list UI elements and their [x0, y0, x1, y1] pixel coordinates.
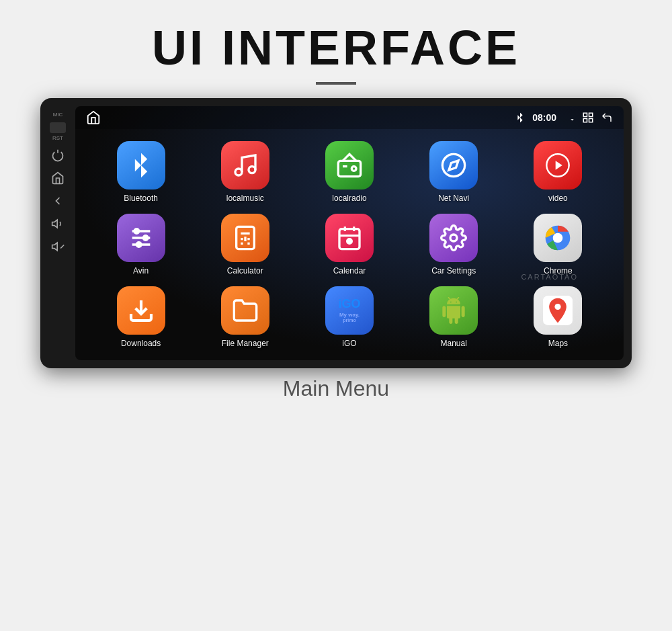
- svg-point-23: [136, 243, 141, 247]
- svg-point-21: [134, 229, 139, 234]
- maps-label: Maps: [548, 339, 568, 348]
- svg-point-22: [143, 236, 148, 241]
- localradio-icon: [325, 141, 374, 190]
- maps-icon: [534, 286, 582, 335]
- back-button-side[interactable]: [48, 192, 67, 210]
- svg-point-38: [553, 233, 563, 243]
- svg-rect-11: [338, 161, 360, 176]
- netnavi-icon: [429, 141, 478, 190]
- svg-marker-0: [52, 220, 58, 228]
- svg-line-3: [60, 245, 64, 249]
- igo-label: iGO: [342, 339, 356, 348]
- video-icon: [534, 141, 582, 190]
- svg-point-9: [235, 169, 242, 175]
- filemanager-icon: [221, 286, 269, 335]
- app-item-carsettings[interactable]: Car Settings: [402, 208, 506, 281]
- svg-point-35: [347, 239, 352, 244]
- bluetooth-status-icon: [515, 112, 526, 123]
- app-item-calculator[interactable]: Calculator: [193, 208, 297, 281]
- status-left: [86, 110, 101, 125]
- calculator-icon: [221, 214, 269, 262]
- app-item-localradio[interactable]: localradio: [297, 136, 401, 208]
- mic-label: MIC: [53, 112, 63, 118]
- manual-label: Manual: [441, 339, 467, 348]
- power-button[interactable]: [48, 146, 67, 165]
- app-item-bluetooth[interactable]: Bluetooth: [89, 136, 193, 208]
- chrome-icon: [534, 214, 582, 262]
- manual-icon: [429, 286, 478, 335]
- app-item-calendar[interactable]: Calendar: [297, 208, 401, 281]
- app-item-downloads[interactable]: Downloads: [89, 281, 193, 353]
- watermark: CARTAOTAO: [521, 273, 578, 281]
- downloads-icon: [117, 286, 165, 335]
- svg-point-41: [555, 304, 561, 310]
- device-frame: MIC RST: [40, 98, 632, 368]
- svg-rect-5: [583, 113, 587, 116]
- avin-icon: [117, 214, 165, 262]
- rst-button[interactable]: [50, 122, 66, 133]
- svg-marker-15: [449, 161, 458, 170]
- svg-rect-6: [589, 113, 593, 116]
- footer-label: Main Menu: [283, 376, 389, 401]
- app-item-manual[interactable]: Manual: [402, 281, 506, 353]
- svg-point-10: [249, 167, 255, 173]
- netnavi-label: Net Navi: [438, 194, 469, 203]
- localmusic-label: localmusic: [226, 194, 264, 203]
- localmusic-icon: [221, 141, 269, 190]
- svg-point-14: [443, 154, 465, 176]
- svg-rect-8: [589, 119, 593, 122]
- app-item-igo[interactable]: iGOMy way.primoiGO: [297, 281, 401, 353]
- downloads-label: Downloads: [121, 339, 161, 348]
- screen: 08:00 BluetoothlocalmusiclocalradioNet N…: [75, 106, 624, 360]
- status-right: 08:00: [515, 112, 613, 124]
- app-item-maps[interactable]: Maps: [506, 281, 610, 353]
- app-grid: BluetoothlocalmusiclocalradioNet Navivid…: [75, 129, 624, 360]
- page-title: UI INTERFACE: [0, 20, 672, 75]
- app-item-avin[interactable]: Avin: [89, 208, 193, 281]
- volume-down-button[interactable]: [48, 237, 67, 256]
- carsettings-label: Car Settings: [431, 266, 476, 276]
- sort-icon: [563, 112, 575, 124]
- calculator-label: Calculator: [227, 266, 263, 276]
- home-status-icon: [86, 110, 101, 125]
- carsettings-icon: [429, 214, 478, 262]
- igo-icon: iGOMy way.primo: [325, 286, 374, 335]
- home-button[interactable]: [48, 169, 67, 187]
- svg-point-36: [450, 235, 457, 241]
- svg-rect-7: [583, 119, 587, 122]
- app-item-netnavi[interactable]: Net Navi: [402, 136, 506, 208]
- page-footer: Main Menu: [0, 376, 672, 401]
- back-status-icon: [601, 112, 613, 124]
- avin-label: Avin: [133, 266, 149, 276]
- app-item-chrome[interactable]: Chrome: [506, 208, 610, 281]
- status-time: 08:00: [532, 112, 556, 123]
- bluetooth-label: Bluetooth: [124, 194, 158, 203]
- page-header: UI INTERFACE: [0, 0, 672, 91]
- recents-icon: [582, 112, 594, 124]
- svg-point-13: [351, 167, 356, 171]
- app-item-filemanager[interactable]: File Manager: [193, 281, 297, 353]
- status-bar: 08:00: [75, 106, 624, 129]
- app-item-localmusic[interactable]: localmusic: [193, 136, 297, 208]
- volume-up-button[interactable]: [48, 214, 67, 233]
- svg-marker-2: [52, 243, 58, 251]
- app-item-video[interactable]: video: [506, 136, 610, 208]
- side-buttons: MIC RST: [40, 106, 75, 360]
- svg-marker-17: [556, 161, 562, 169]
- bluetooth-icon: [117, 141, 165, 190]
- calendar-label: Calendar: [333, 266, 366, 276]
- title-underline: [316, 82, 356, 85]
- localradio-label: localradio: [332, 194, 366, 203]
- rst-label: RST: [52, 135, 63, 141]
- filemanager-label: File Manager: [222, 339, 269, 348]
- calendar-icon: [325, 214, 374, 262]
- video-label: video: [548, 194, 568, 203]
